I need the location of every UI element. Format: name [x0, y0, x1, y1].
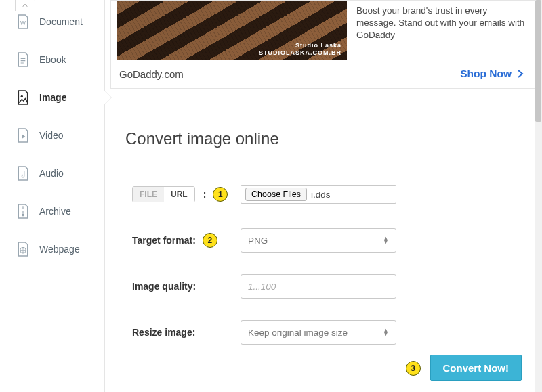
svg-point-1	[21, 95, 23, 97]
annotation-badge-2: 2	[203, 233, 217, 248]
resize-label: Resize image:	[132, 327, 195, 338]
select-caret-icon: ▲▼	[383, 329, 389, 336]
file-text-icon	[16, 51, 30, 68]
ad-cta-link[interactable]: Shop Now	[460, 68, 524, 80]
select-caret-icon: ▲▼	[383, 237, 389, 244]
image-quality-label: Image quality:	[132, 281, 196, 292]
annotation-badge-3: 3	[406, 361, 421, 376]
annotation-badge-1: 1	[213, 187, 228, 202]
row-image-quality: Image quality:	[125, 274, 542, 299]
row-source: FILE URL : 1 Choose Files i.dds	[125, 182, 542, 206]
scrollbar-vertical[interactable]	[535, 0, 542, 392]
choose-files-button[interactable]: Choose Files	[245, 188, 307, 201]
sidebar-item-label: Archive	[39, 206, 71, 217]
svg-text:W: W	[20, 20, 26, 26]
sidebar-item-ebook[interactable]: Ebook	[0, 41, 104, 79]
sidebar: W Document Ebook Image Video Audio Ar	[0, 0, 105, 392]
chevron-right-icon	[517, 69, 524, 79]
target-format-label: Target format:	[132, 235, 196, 246]
collapse-toggle[interactable]	[15, 0, 35, 11]
sidebar-item-label: Image	[39, 92, 66, 103]
target-format-value: PNG	[248, 236, 268, 246]
page-title: Convert image online	[125, 129, 542, 148]
sidebar-item-label: Webpage	[39, 244, 80, 255]
ad-copy: Boost your brand's trust in every messag…	[347, 1, 536, 60]
sidebar-item-archive[interactable]: Archive	[0, 192, 104, 230]
sidebar-item-label: Video	[39, 130, 64, 141]
sidebar-item-webpage[interactable]: Webpage	[0, 230, 104, 268]
ad-banner: Studio Laska STUDIOLASKA.COM.BR Boost yo…	[110, 0, 537, 89]
image-quality-input[interactable]	[241, 274, 396, 299]
sidebar-item-label: Ebook	[39, 54, 66, 65]
source-tabs: FILE URL	[132, 186, 195, 202]
sidebar-item-label: Document	[39, 16, 83, 27]
selected-filename: i.dds	[311, 190, 331, 200]
app-root: W Document Ebook Image Video Audio Ar	[0, 0, 542, 392]
file-word-icon: W	[16, 14, 30, 30]
ad-brand: GoDaddy.com	[119, 68, 184, 80]
file-archive-icon	[16, 203, 30, 219]
target-format-select[interactable]: PNG ▲▼	[241, 228, 396, 253]
ad-image: Studio Laska STUDIOLASKA.COM.BR	[117, 1, 347, 60]
tab-file[interactable]: FILE	[133, 187, 164, 202]
file-image-icon	[16, 89, 30, 106]
convert-button[interactable]: Convert Now!	[430, 355, 522, 381]
tab-url[interactable]: URL	[164, 187, 194, 202]
sidebar-item-audio[interactable]: Audio	[0, 154, 104, 192]
content: Convert image online FILE URL : 1 Choose…	[105, 89, 542, 366]
sidebar-item-label: Audio	[39, 168, 64, 179]
chevron-up-icon	[21, 1, 29, 9]
file-chooser[interactable]: Choose Files i.dds	[241, 185, 396, 204]
ad-image-credit: Studio Laska STUDIOLASKA.COM.BR	[259, 42, 341, 57]
file-video-icon	[16, 127, 30, 144]
row-target-format: Target format: 2 PNG ▲▼	[125, 228, 542, 253]
scrollbar-thumb[interactable]	[535, 0, 541, 122]
file-web-icon	[16, 241, 30, 257]
submit-row: 3 Convert Now!	[406, 355, 522, 381]
sidebar-item-video[interactable]: Video	[0, 116, 104, 154]
sidebar-item-image[interactable]: Image	[0, 79, 104, 116]
resize-value: Keep original image size	[248, 328, 348, 338]
row-resize: Resize image: Keep original image size ▲…	[125, 320, 542, 345]
colon: :	[203, 189, 207, 200]
main: Studio Laska STUDIOLASKA.COM.BR Boost yo…	[105, 0, 542, 392]
resize-select[interactable]: Keep original image size ▲▼	[241, 320, 396, 345]
file-audio-icon	[16, 165, 30, 181]
